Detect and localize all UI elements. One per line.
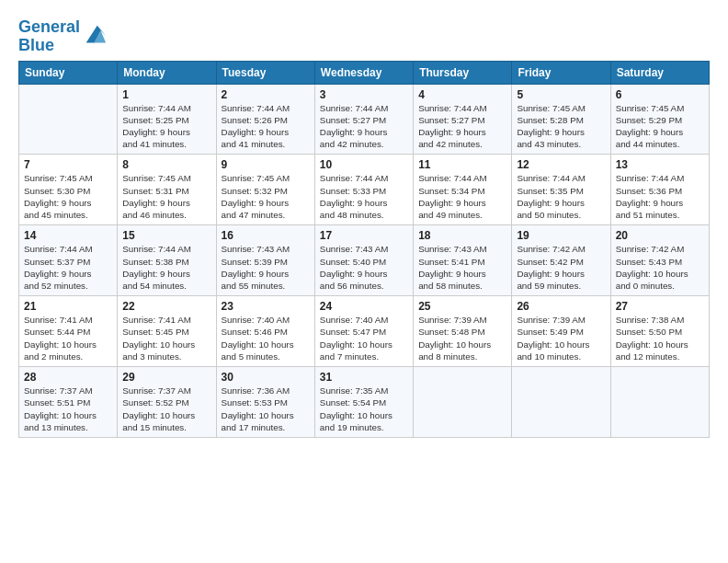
calendar-week-4: 21Sunrise: 7:41 AM Sunset: 5:44 PM Dayli… bbox=[19, 296, 710, 367]
day-number: 5 bbox=[517, 88, 605, 101]
calendar-cell: 11Sunrise: 7:44 AM Sunset: 5:34 PM Dayli… bbox=[414, 155, 512, 225]
calendar-cell: 5Sunrise: 7:45 AM Sunset: 5:28 PM Daylig… bbox=[512, 84, 610, 155]
day-info: Sunrise: 7:35 AM Sunset: 5:54 PM Dayligh… bbox=[320, 385, 408, 433]
calendar-cell: 21Sunrise: 7:41 AM Sunset: 5:44 PM Dayli… bbox=[19, 296, 118, 367]
day-number: 21 bbox=[24, 300, 112, 313]
day-number: 24 bbox=[320, 300, 408, 313]
calendar-cell: 27Sunrise: 7:38 AM Sunset: 5:50 PM Dayli… bbox=[610, 296, 709, 367]
calendar-cell: 23Sunrise: 7:40 AM Sunset: 5:46 PM Dayli… bbox=[216, 296, 314, 367]
day-info: Sunrise: 7:37 AM Sunset: 5:51 PM Dayligh… bbox=[24, 385, 112, 433]
calendar-cell: 24Sunrise: 7:40 AM Sunset: 5:47 PM Dayli… bbox=[314, 296, 413, 367]
day-number: 9 bbox=[222, 158, 310, 171]
calendar-cell: 1Sunrise: 7:44 AM Sunset: 5:25 PM Daylig… bbox=[118, 84, 216, 155]
day-info: Sunrise: 7:37 AM Sunset: 5:52 PM Dayligh… bbox=[122, 385, 210, 433]
calendar-cell: 4Sunrise: 7:44 AM Sunset: 5:27 PM Daylig… bbox=[414, 84, 512, 155]
day-number: 12 bbox=[517, 158, 605, 171]
day-info: Sunrise: 7:43 AM Sunset: 5:41 PM Dayligh… bbox=[418, 243, 506, 292]
day-info: Sunrise: 7:44 AM Sunset: 5:26 PM Dayligh… bbox=[222, 102, 310, 151]
day-number: 10 bbox=[320, 158, 408, 171]
calendar-cell bbox=[19, 84, 118, 155]
calendar-cell: 7Sunrise: 7:45 AM Sunset: 5:30 PM Daylig… bbox=[19, 155, 118, 225]
day-info: Sunrise: 7:44 AM Sunset: 5:34 PM Dayligh… bbox=[418, 172, 506, 221]
calendar-cell: 12Sunrise: 7:44 AM Sunset: 5:35 PM Dayli… bbox=[512, 155, 610, 225]
day-number: 2 bbox=[222, 88, 310, 101]
day-info: Sunrise: 7:43 AM Sunset: 5:40 PM Dayligh… bbox=[320, 243, 408, 292]
day-number: 26 bbox=[517, 300, 605, 313]
day-number: 11 bbox=[418, 158, 506, 171]
calendar-cell: 30Sunrise: 7:36 AM Sunset: 5:53 PM Dayli… bbox=[216, 367, 314, 438]
day-number: 29 bbox=[122, 371, 210, 384]
day-number: 1 bbox=[122, 88, 210, 101]
day-number: 6 bbox=[616, 88, 704, 101]
calendar-cell: 15Sunrise: 7:44 AM Sunset: 5:38 PM Dayli… bbox=[118, 225, 216, 296]
day-info: Sunrise: 7:45 AM Sunset: 5:29 PM Dayligh… bbox=[616, 102, 704, 151]
day-number: 30 bbox=[222, 371, 310, 384]
logo: General Blue bbox=[18, 18, 108, 55]
day-info: Sunrise: 7:45 AM Sunset: 5:28 PM Dayligh… bbox=[517, 102, 605, 151]
day-number: 25 bbox=[418, 300, 506, 313]
calendar-cell: 16Sunrise: 7:43 AM Sunset: 5:39 PM Dayli… bbox=[216, 225, 314, 296]
day-info: Sunrise: 7:40 AM Sunset: 5:46 PM Dayligh… bbox=[222, 314, 310, 362]
day-number: 8 bbox=[122, 158, 210, 171]
day-info: Sunrise: 7:43 AM Sunset: 5:39 PM Dayligh… bbox=[222, 243, 310, 292]
day-info: Sunrise: 7:38 AM Sunset: 5:50 PM Dayligh… bbox=[616, 314, 704, 362]
day-info: Sunrise: 7:44 AM Sunset: 5:33 PM Dayligh… bbox=[320, 172, 408, 221]
day-info: Sunrise: 7:45 AM Sunset: 5:32 PM Dayligh… bbox=[222, 172, 310, 221]
day-info: Sunrise: 7:41 AM Sunset: 5:44 PM Dayligh… bbox=[24, 314, 112, 362]
day-info: Sunrise: 7:36 AM Sunset: 5:53 PM Dayligh… bbox=[222, 385, 310, 433]
day-info: Sunrise: 7:42 AM Sunset: 5:43 PM Dayligh… bbox=[616, 243, 704, 292]
day-info: Sunrise: 7:44 AM Sunset: 5:25 PM Dayligh… bbox=[122, 102, 210, 151]
day-number: 19 bbox=[517, 229, 605, 242]
day-number: 14 bbox=[24, 229, 112, 242]
day-info: Sunrise: 7:44 AM Sunset: 5:27 PM Dayligh… bbox=[418, 102, 506, 151]
day-info: Sunrise: 7:45 AM Sunset: 5:31 PM Dayligh… bbox=[122, 172, 210, 221]
day-number: 7 bbox=[24, 158, 112, 171]
calendar-week-3: 14Sunrise: 7:44 AM Sunset: 5:37 PM Dayli… bbox=[19, 225, 710, 296]
weekday-header-sunday: Sunday bbox=[19, 61, 118, 84]
logo-line1: General bbox=[18, 18, 80, 37]
header: General Blue bbox=[18, 15, 710, 55]
day-info: Sunrise: 7:39 AM Sunset: 5:49 PM Dayligh… bbox=[517, 314, 605, 362]
logo-line2: Blue bbox=[18, 37, 80, 55]
calendar-cell: 28Sunrise: 7:37 AM Sunset: 5:51 PM Dayli… bbox=[19, 367, 118, 438]
day-number: 16 bbox=[222, 229, 310, 242]
calendar-week-5: 28Sunrise: 7:37 AM Sunset: 5:51 PM Dayli… bbox=[19, 367, 710, 438]
calendar-cell: 18Sunrise: 7:43 AM Sunset: 5:41 PM Dayli… bbox=[414, 225, 512, 296]
day-number: 27 bbox=[616, 300, 704, 313]
day-number: 15 bbox=[122, 229, 210, 242]
calendar-cell: 14Sunrise: 7:44 AM Sunset: 5:37 PM Dayli… bbox=[19, 225, 118, 296]
calendar-cell: 25Sunrise: 7:39 AM Sunset: 5:48 PM Dayli… bbox=[414, 296, 512, 367]
day-number: 20 bbox=[616, 229, 704, 242]
day-info: Sunrise: 7:44 AM Sunset: 5:38 PM Dayligh… bbox=[122, 243, 210, 292]
day-number: 28 bbox=[24, 371, 112, 384]
calendar-cell: 2Sunrise: 7:44 AM Sunset: 5:26 PM Daylig… bbox=[216, 84, 314, 155]
day-number: 3 bbox=[320, 88, 408, 101]
weekday-header-friday: Friday bbox=[512, 61, 610, 84]
day-number: 17 bbox=[320, 229, 408, 242]
page: General Blue SundayMondayTuesdayWednesda… bbox=[0, 0, 728, 447]
day-info: Sunrise: 7:44 AM Sunset: 5:36 PM Dayligh… bbox=[616, 172, 704, 221]
day-info: Sunrise: 7:45 AM Sunset: 5:30 PM Dayligh… bbox=[24, 172, 112, 221]
calendar-table: SundayMondayTuesdayWednesdayThursdayFrid… bbox=[18, 61, 710, 438]
calendar-week-1: 1Sunrise: 7:44 AM Sunset: 5:25 PM Daylig… bbox=[19, 84, 710, 155]
logo-icon bbox=[82, 22, 108, 48]
weekday-header-monday: Monday bbox=[118, 61, 216, 84]
weekday-header-thursday: Thursday bbox=[414, 61, 512, 84]
calendar-cell bbox=[610, 367, 709, 438]
calendar-cell bbox=[414, 367, 512, 438]
day-info: Sunrise: 7:44 AM Sunset: 5:35 PM Dayligh… bbox=[517, 172, 605, 221]
day-number: 18 bbox=[418, 229, 506, 242]
calendar-cell: 20Sunrise: 7:42 AM Sunset: 5:43 PM Dayli… bbox=[610, 225, 709, 296]
day-info: Sunrise: 7:44 AM Sunset: 5:27 PM Dayligh… bbox=[320, 102, 408, 151]
day-number: 4 bbox=[418, 88, 506, 101]
day-number: 13 bbox=[616, 158, 704, 171]
calendar-cell: 10Sunrise: 7:44 AM Sunset: 5:33 PM Dayli… bbox=[314, 155, 413, 225]
calendar-cell: 22Sunrise: 7:41 AM Sunset: 5:45 PM Dayli… bbox=[118, 296, 216, 367]
day-number: 22 bbox=[122, 300, 210, 313]
calendar-cell: 8Sunrise: 7:45 AM Sunset: 5:31 PM Daylig… bbox=[118, 155, 216, 225]
day-info: Sunrise: 7:41 AM Sunset: 5:45 PM Dayligh… bbox=[122, 314, 210, 362]
day-info: Sunrise: 7:39 AM Sunset: 5:48 PM Dayligh… bbox=[418, 314, 506, 362]
calendar-cell: 3Sunrise: 7:44 AM Sunset: 5:27 PM Daylig… bbox=[314, 84, 413, 155]
calendar-cell: 9Sunrise: 7:45 AM Sunset: 5:32 PM Daylig… bbox=[216, 155, 314, 225]
weekday-header-tuesday: Tuesday bbox=[216, 61, 314, 84]
